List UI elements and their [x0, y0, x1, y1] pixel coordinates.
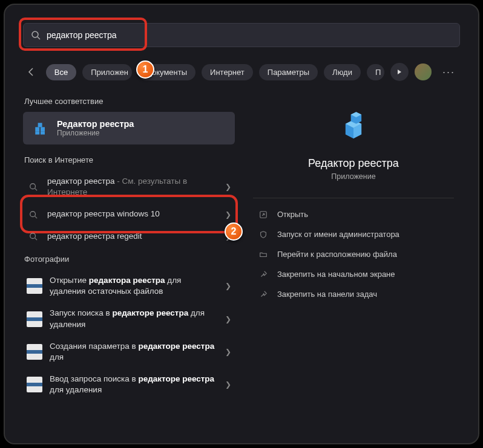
filter-all[interactable]: Все [46, 64, 76, 80]
filter-people[interactable]: Люди [324, 64, 361, 80]
web-result[interactable]: редактор реестра windows 10 ❯ [23, 203, 235, 225]
action-pin-start[interactable]: Закрепить на начальном экране [247, 264, 460, 284]
section-best-match-label: Лучшее соответствие [24, 97, 235, 106]
photo-thumbnail [27, 311, 42, 327]
svg-point-7 [30, 184, 36, 189]
photo-result[interactable]: Запуск поиска в редакторе реестра для уд… [23, 302, 235, 335]
play-button[interactable] [390, 63, 409, 81]
action-pin-taskbar[interactable]: Закрепить на панели задач [247, 284, 460, 304]
preview-title: Редактор реестра [247, 157, 460, 170]
filter-apps[interactable]: Приложен [82, 64, 132, 80]
svg-point-9 [30, 211, 36, 216]
svg-point-11 [30, 233, 36, 239]
section-photos-label: Фотографии [24, 255, 235, 264]
search-icon [27, 210, 40, 219]
svg-rect-2 [35, 127, 39, 131]
svg-rect-6 [41, 131, 45, 134]
pin-icon [259, 270, 269, 279]
search-icon [31, 30, 41, 40]
shield-icon [259, 230, 269, 239]
svg-rect-5 [35, 131, 39, 134]
search-icon [27, 183, 40, 191]
filter-settings[interactable]: Параметры [259, 64, 318, 80]
svg-line-10 [35, 216, 38, 218]
search-icon [27, 232, 40, 241]
annotation-badge-2: 2 [225, 222, 243, 241]
web-result[interactable]: редактор реестра - См. результаты в Инте… [23, 170, 235, 203]
photo-thumbnail [27, 278, 42, 294]
best-match-subtitle: Приложение [57, 129, 134, 137]
chevron-right-icon: ❯ [225, 282, 231, 290]
photo-result[interactable]: Ввод запроса поиска в редакторе реестра … [23, 368, 235, 401]
annotation-badge-1: 1 [136, 60, 154, 79]
filter-web[interactable]: Интернет [202, 64, 253, 80]
svg-point-0 [32, 31, 38, 37]
section-web-label: Поиск в Интернете [24, 155, 235, 164]
action-file-location[interactable]: Перейти к расположению файла [247, 244, 460, 264]
chevron-right-icon: ❯ [225, 315, 231, 323]
web-result[interactable]: редактор реестра regedit ❯ [23, 226, 235, 247]
open-icon [259, 210, 269, 219]
chevron-right-icon: ❯ [225, 348, 231, 356]
svg-line-8 [35, 189, 38, 191]
folder-icon [259, 250, 269, 259]
user-avatar[interactable] [415, 63, 432, 80]
photo-result[interactable]: Создания параметра в редакторе реестра д… [23, 336, 235, 368]
action-run-admin[interactable]: Запуск от имени администратора [247, 224, 460, 244]
more-menu-icon[interactable]: ··· [438, 66, 460, 79]
svg-line-12 [35, 238, 38, 240]
preview-subtitle: Приложение [247, 172, 460, 181]
regedit-icon-large [332, 104, 375, 146]
chevron-right-icon: ❯ [225, 183, 231, 191]
pin-icon [259, 290, 269, 299]
filter-more-cut[interactable]: П [367, 64, 384, 80]
best-match-title: Редактор реестра [57, 119, 134, 129]
svg-rect-4 [38, 123, 42, 127]
action-open[interactable]: Открыть [247, 204, 460, 224]
svg-line-1 [38, 37, 40, 39]
best-match-result[interactable]: Редактор реестра Приложение [23, 112, 235, 144]
divider [253, 198, 454, 198]
search-input[interactable] [47, 30, 452, 40]
back-arrow-icon[interactable] [23, 67, 40, 77]
photo-result[interactable]: Открытие редактора реестра для удаления … [23, 270, 235, 302]
chevron-right-icon: ❯ [225, 210, 231, 219]
chevron-right-icon: ❯ [225, 380, 231, 389]
regedit-icon [31, 119, 50, 137]
photo-thumbnail [27, 344, 42, 360]
svg-rect-3 [41, 127, 45, 131]
photo-thumbnail [27, 377, 42, 392]
search-box[interactable] [23, 23, 460, 47]
